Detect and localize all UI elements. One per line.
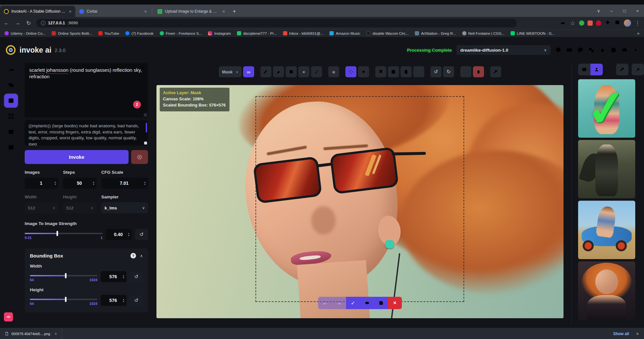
accept-image-button[interactable]: ✓ <box>346 297 360 309</box>
redo-button[interactable]: ↻ <box>443 66 454 77</box>
bbox-height-input[interactable]: 576 ▲▼ <box>101 295 127 306</box>
show-hide-button[interactable] <box>360 297 374 309</box>
resize-handle[interactable] <box>144 142 147 144</box>
bookmark-item[interactable]: Inbox - klk56831@... <box>283 31 324 35</box>
adblock-plus-icon[interactable] <box>596 20 601 26</box>
show-all-downloads-link[interactable]: Show all <box>613 332 629 336</box>
brush-tool-button[interactable] <box>260 66 271 77</box>
stepper-arrows[interactable]: ▲▼ <box>93 181 95 185</box>
tab-close-icon[interactable]: × <box>143 9 147 14</box>
tab-upload-image[interactable]: Upload Image to Enlarge & Enla × <box>154 6 229 17</box>
reset-bbox-height-button[interactable]: ↺ <box>130 295 143 306</box>
window-maximize-icon[interactable]: □ <box>618 8 631 13</box>
bookmark-item[interactable]: Udemy - Online Co... <box>5 31 45 35</box>
bookmark-item[interactable]: disciplenei777 - Pr... <box>237 31 277 35</box>
img2img-strength-input[interactable]: 0.40 ▲▼ <box>106 229 132 240</box>
window-menu-icon[interactable]: ∨ <box>592 8 605 13</box>
bookmark-item[interactable]: Online Sports Betti... <box>52 31 92 35</box>
stepper-arrows[interactable]: ▲▼ <box>122 274 125 279</box>
address-bar[interactable]: i 127.0.0.1:9090 <box>36 19 517 27</box>
bookmark-item[interactable]: (7) Facebook <box>125 31 154 35</box>
sampler-select[interactable]: k_lms ∨ <box>101 202 148 213</box>
discord-icon[interactable] <box>621 47 628 53</box>
invoke-button[interactable]: Invoke <box>25 150 129 164</box>
reset-view-button[interactable] <box>358 66 369 77</box>
share-icon[interactable] <box>560 20 566 27</box>
extensions-puzzle-icon[interactable] <box>604 20 611 27</box>
window-minimize-icon[interactable]: – <box>605 8 618 13</box>
reset-bbox-width-button[interactable]: ↺ <box>130 271 143 282</box>
bookmark-item[interactable]: disable Wacom Circ... <box>366 31 409 35</box>
bookmarks-overflow-icon[interactable]: » <box>637 31 639 36</box>
gallery-settings-button[interactable] <box>616 64 628 75</box>
side-panel-icon[interactable] <box>614 20 621 27</box>
discard-image-button[interactable]: × <box>388 297 402 309</box>
brush-options-button[interactable]: ≡ <box>328 66 339 77</box>
stepper-arrows[interactable]: ▲▼ <box>54 181 56 185</box>
eraser-tool-button[interactable] <box>273 66 284 77</box>
canvas-settings-button[interactable] <box>490 66 501 77</box>
bbox-width-slider[interactable]: 64 1024 <box>30 272 97 281</box>
reset-strength-button[interactable]: ↺ <box>135 229 148 240</box>
copy-to-clipboard-button[interactable] <box>401 66 412 77</box>
language-translate-icon[interactable] <box>588 47 595 53</box>
site-info-icon[interactable]: i <box>41 21 45 25</box>
tab-image-to-image[interactable] <box>5 79 18 92</box>
color-picker-button[interactable] <box>311 66 322 77</box>
close-downloads-bar-icon[interactable]: × <box>636 331 639 336</box>
previous-image-button[interactable]: ← <box>318 297 332 309</box>
browser-menu-icon[interactable]: ⋮ <box>634 20 641 27</box>
tab-text-to-image[interactable] <box>5 63 18 76</box>
tab-nodes[interactable] <box>5 110 18 123</box>
collapse-chevron-icon[interactable]: ∧ <box>140 254 143 258</box>
pin-icon[interactable] <box>140 66 145 72</box>
gallery-uploads-tab[interactable] <box>590 64 603 75</box>
undo-button[interactable]: ↺ <box>430 66 441 77</box>
extension-icon[interactable] <box>588 20 593 26</box>
download-item[interactable]: 000979.40d74eb5....png ∧ <box>0 328 62 339</box>
resize-handle[interactable] <box>144 113 147 117</box>
cfg-scale-input[interactable]: 7.01 ▲▼ <box>101 178 148 189</box>
mask-options-button[interactable]: ∞ <box>243 66 254 77</box>
report-bug-icon[interactable] <box>599 47 606 53</box>
save-staging-button[interactable] <box>374 297 388 309</box>
bookmark-item[interactable]: ArtStation - Greg R... <box>415 31 456 35</box>
forward-icon[interactable]: → <box>14 20 21 26</box>
settings-gear-icon[interactable] <box>632 47 639 53</box>
bookmark-item[interactable]: Fiverr - Freelance S... <box>160 31 202 35</box>
help-icon[interactable]: ? <box>130 253 136 258</box>
scrollbar[interactable] <box>146 123 147 132</box>
tab-training[interactable] <box>5 141 18 154</box>
model-manager-cube-icon[interactable] <box>555 47 562 53</box>
tab-close-icon[interactable]: × <box>222 9 226 14</box>
tab-close-icon[interactable]: × <box>68 9 72 14</box>
bbox-width-input[interactable]: 576 ▲▼ <box>101 271 127 282</box>
images-input[interactable]: 1 ▲▼ <box>25 178 58 189</box>
layer-select[interactable]: Mask ∨ <box>219 66 242 77</box>
height-select[interactable]: 512 ∨ <box>63 202 97 213</box>
gallery-thumbnail[interactable] <box>578 140 635 198</box>
bbox-height-slider[interactable]: 64 1024 <box>30 296 97 305</box>
bookmark-item[interactable]: Neil Fontaine | CGS... <box>462 31 505 35</box>
tab-unified-canvas[interactable] <box>5 94 18 107</box>
gallery-thumbnail[interactable] <box>578 201 635 259</box>
negative-prompt-input[interactable]: ((implants)) (large boobs) nude bad anat… <box>25 120 148 145</box>
stepper-arrows[interactable]: ▲▼ <box>144 181 146 185</box>
stepper-arrows[interactable]: ▲▼ <box>122 298 125 303</box>
tab-post-processing[interactable] <box>5 125 18 138</box>
merge-visible-button[interactable] <box>375 66 386 77</box>
download-caret-icon[interactable]: ∧ <box>55 332 57 335</box>
window-close-icon[interactable]: × <box>631 8 644 13</box>
gallery-images-tab[interactable] <box>578 64 590 75</box>
move-tool-button[interactable] <box>345 66 356 77</box>
extension-grammarly-icon[interactable] <box>579 20 584 26</box>
save-to-gallery-button[interactable] <box>388 66 399 77</box>
back-icon[interactable]: ← <box>3 20 10 26</box>
profile-avatar[interactable] <box>624 19 631 27</box>
bookmark-item[interactable]: Instagram <box>208 31 231 35</box>
canvas-image[interactable]: Active Layer: Mask Canvas Scale: 108% Sc… <box>156 85 564 318</box>
fill-bounding-box-button[interactable] <box>286 66 297 77</box>
bounding-box-outline[interactable] <box>255 96 464 302</box>
erase-bounding-box-button[interactable]: × <box>298 66 309 77</box>
img2img-strength-slider[interactable]: 0.01 1 <box>25 230 103 239</box>
